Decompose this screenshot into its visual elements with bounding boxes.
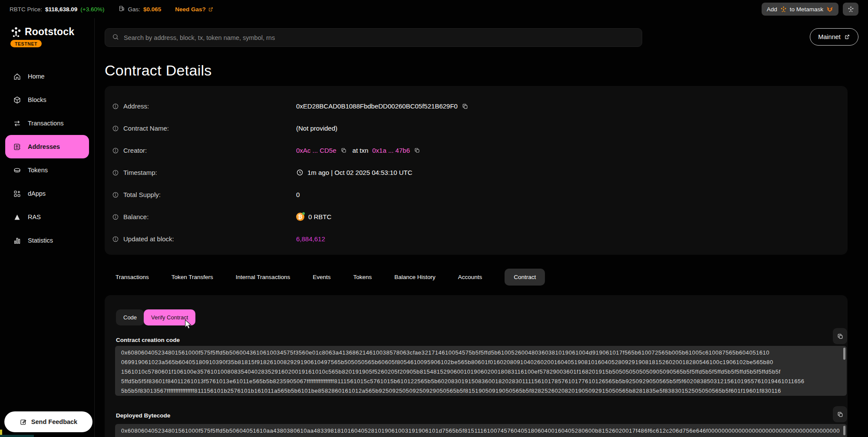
detail-label: Creator:: [112, 147, 296, 154]
sidebar-item-addresses[interactable]: Addresses: [5, 135, 89, 158]
sidebar-item-label: Tokens: [28, 167, 48, 174]
copy-icon[interactable]: [340, 147, 347, 154]
deployed-bytecode-label: Deployed Bytecode: [116, 412, 170, 419]
code-line: 0x608060405234801561000f575f5ffd5b506040…: [121, 426, 840, 436]
need-gas-label: Need Gas?: [175, 6, 206, 13]
sidebar-item-ras[interactable]: RAS: [5, 205, 89, 229]
detail-row-creator: Creator: 0xAc ... CD5e at txn 0x1a ... 4…: [105, 139, 848, 161]
mainnet-label: Mainnet: [818, 33, 841, 40]
code-line: 1561010c5780601f106100e35761010080835404…: [121, 367, 840, 377]
detail-label: Contract Name:: [112, 125, 296, 132]
verify-contract-label: Verify Contract: [151, 314, 188, 321]
search-input[interactable]: [124, 34, 635, 41]
address-card-icon: [13, 143, 21, 151]
need-gas-link[interactable]: Need Gas?: [175, 6, 214, 13]
detail-row-total-supply: Total Supply: 0: [105, 184, 848, 206]
detail-row-address: Address: 0xED28BCAD0B1088FbdbeDD00260BC0…: [105, 95, 848, 117]
detail-label: Balance:: [112, 213, 296, 220]
brand-logo[interactable]: Rootstock: [0, 18, 94, 38]
send-feedback-label: Send Feedback: [31, 418, 77, 425]
search-icon: [112, 33, 119, 42]
sidebar-item-statistics[interactable]: Statistics: [5, 229, 89, 252]
sidebar-item-label: Blocks: [28, 96, 46, 103]
copy-icon: [837, 411, 844, 418]
sidebar-item-dapps[interactable]: dApps: [5, 182, 89, 205]
rbtc-coin-icon: ₿: [296, 213, 304, 221]
rootstock-glyph-icon: [848, 6, 854, 13]
creator-txn-link[interactable]: 0x1a ... 47b6: [372, 147, 410, 154]
copy-icon: [837, 333, 844, 340]
total-supply-value: 0: [296, 191, 300, 198]
info-icon: [112, 103, 119, 110]
detail-value: 0: [296, 191, 300, 198]
bar-chart-icon: [13, 237, 21, 245]
page-title: Contract Details: [105, 62, 212, 79]
info-icon: [112, 147, 119, 154]
copy-deployed-bytecode-button[interactable]: [833, 406, 847, 422]
tab-transactions[interactable]: Transactions: [116, 274, 149, 280]
coin-icon: [13, 166, 21, 174]
metamask-fox-icon: [826, 6, 833, 13]
copy-creation-code-button[interactable]: [833, 328, 847, 344]
updated-block-link[interactable]: 6,884,612: [296, 235, 325, 243]
deployed-bytecode-scrollbar[interactable]: [843, 426, 845, 435]
rbtc-price-label: RBTC Price:: [10, 6, 42, 13]
tab-tokens[interactable]: Tokens: [353, 274, 372, 280]
tab-balance-history[interactable]: Balance History: [394, 274, 436, 280]
tab-accounts[interactable]: Accounts: [458, 274, 482, 280]
code-line: 069919061023a565b60405180910390f35b81815…: [121, 358, 840, 367]
address-value: 0xED28BCAD0B1088FbdbeDD00260BC05f521B629…: [296, 102, 458, 110]
sidebar-item-label: Statistics: [28, 237, 53, 244]
info-icon: [112, 125, 119, 132]
rbtc-price-change: (+3.60%): [80, 6, 104, 13]
add-label: Add: [767, 6, 777, 13]
updated-block-label: Updated at block:: [123, 235, 174, 243]
sidebar-item-blocks[interactable]: Blocks: [5, 88, 89, 112]
timestamp-label: Timestamp:: [123, 169, 157, 176]
external-link-icon: [208, 7, 214, 12]
copy-icon[interactable]: [414, 147, 420, 154]
copy-icon[interactable]: [462, 103, 469, 110]
detail-value: (Not provided): [296, 125, 337, 132]
detail-value: 0xAc ... CD5e at txn 0x1a ... 47b6: [296, 147, 420, 154]
creator-label: Creator:: [123, 147, 147, 154]
sidebar-item-home[interactable]: Home: [5, 65, 89, 88]
feedback-pencil-icon: [20, 418, 27, 426]
settings-button[interactable]: [843, 3, 858, 16]
mainnet-switch-button[interactable]: Mainnet: [810, 28, 858, 46]
contract-name-value: (Not provided): [296, 125, 337, 132]
detail-row-timestamp: Timestamp: 1m ago | Oct 02 2025 04:53:10…: [105, 161, 848, 184]
sidebar: Rootstock TESTNET Home Blocks Transactio…: [0, 18, 95, 437]
detail-row-updated-block: Updated at block: 6,884,612: [105, 228, 848, 250]
sidebar-item-label: Transactions: [28, 120, 63, 127]
search-bar: [105, 28, 642, 47]
sidebar-item-label: RAS: [28, 214, 41, 220]
deployed-bytecode-block[interactable]: 0x608060405234801561000f575f5ffd5b506040…: [115, 424, 847, 437]
sidebar-item-tokens[interactable]: Tokens: [5, 158, 89, 182]
creation-code-block[interactable]: 0x608060405234801561000f575f5ffd5b506004…: [115, 346, 847, 396]
creator-address-link[interactable]: 0xAc ... CD5e: [296, 147, 337, 154]
info-icon: [112, 191, 119, 198]
creation-code-label: Contract creation code: [116, 337, 180, 343]
add-to-metamask-button[interactable]: Add to Metamask: [762, 3, 838, 16]
tab-token-transfers[interactable]: Token Transfers: [172, 274, 213, 280]
sidebar-item-label: Home: [28, 73, 45, 80]
tab-contract[interactable]: Contract: [505, 269, 545, 286]
to-metamask-label: to Metamask: [790, 6, 823, 13]
detail-label: Updated at block:: [112, 235, 296, 243]
detail-value: 6,884,612: [296, 235, 325, 243]
creation-code-scrollbar[interactable]: [843, 348, 845, 360]
send-feedback-button[interactable]: Send Feedback: [4, 411, 92, 432]
tab-events[interactable]: Events: [313, 274, 330, 280]
code-button[interactable]: Code: [116, 309, 144, 325]
cube-icon: [13, 96, 21, 104]
at-txn-label: at txn: [353, 147, 369, 154]
code-line: 0x608060405234801561000f575f5ffd5b506004…: [121, 348, 840, 358]
tab-internal-transactions[interactable]: Internal Transactions: [236, 274, 290, 280]
detail-value: ₿ 0 RBTC: [296, 213, 331, 221]
home-icon: [13, 72, 21, 81]
gas-price-value: $0.065: [143, 6, 161, 13]
sidebar-item-transactions[interactable]: Transactions: [5, 112, 89, 135]
detail-label: Timestamp:: [112, 169, 296, 176]
mouse-cursor: [184, 320, 193, 329]
